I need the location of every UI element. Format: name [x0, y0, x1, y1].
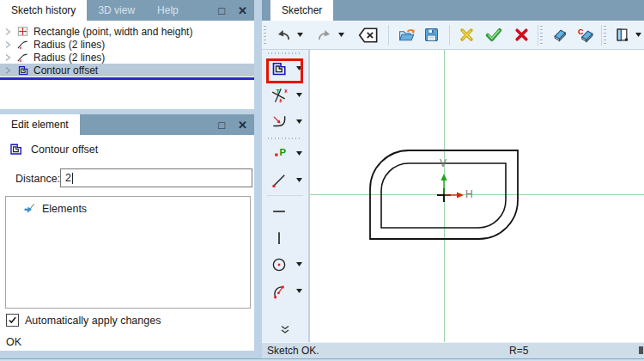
point-p-glyph: P	[280, 146, 287, 156]
point-icon: P	[269, 145, 289, 162]
tree-row-radius-1[interactable]: Radius (2 lines)	[0, 38, 254, 51]
dropdown-icon[interactable]	[293, 151, 305, 156]
redo-button[interactable]	[314, 24, 335, 46]
dropdown-icon[interactable]	[293, 262, 305, 266]
elements-tree-box[interactable]: Elements	[5, 196, 251, 309]
status-message: Sketch OK.	[262, 345, 319, 357]
sketcher-tabbar: Sketcher	[262, 0, 644, 21]
eraser-button[interactable]	[548, 24, 570, 46]
backspace-delete-button[interactable]	[355, 24, 381, 46]
fillet-icon	[269, 113, 289, 131]
sketch-canvas[interactable]: V H	[310, 50, 644, 343]
text-caret	[72, 173, 73, 184]
save-sketch-button[interactable]	[420, 24, 442, 46]
cancel-yellow-button[interactable]	[455, 24, 477, 46]
open-sketch-button[interactable]	[396, 24, 418, 46]
tool-point[interactable]: P	[262, 140, 308, 167]
tool-trim-extend[interactable]: T	[262, 82, 308, 108]
toolbar-separator	[388, 25, 389, 46]
auto-apply-checkbox[interactable]	[6, 314, 19, 327]
dropdown-icon[interactable]	[293, 93, 305, 97]
edit-element-panel: Edit element □ ✕ Contour offset Distance…	[0, 114, 254, 351]
edited-element-name: Contour offset	[31, 144, 98, 156]
clear-c-glyph: C	[577, 28, 583, 36]
tool-vertical-line[interactable]	[262, 224, 308, 251]
undo-dropdown-icon[interactable]	[294, 33, 306, 37]
history-tabbar: Sketch history 3D view Help □ ✕	[0, 0, 254, 21]
selected-tool-highlight	[266, 58, 303, 83]
elements-label: Elements	[42, 203, 87, 215]
toolbar-grip-handle[interactable]	[264, 26, 266, 45]
auto-apply-label: Automatically apply changes	[25, 315, 161, 327]
tool-arc[interactable]	[262, 278, 308, 304]
tab-label: Help	[157, 4, 179, 16]
tool-fillet[interactable]	[262, 108, 308, 135]
auto-apply-row: Automatically apply changes	[6, 314, 161, 327]
trim-extend-icon: T	[269, 87, 289, 104]
toolbar-grip-handle[interactable]	[268, 52, 302, 54]
tool-circle[interactable]	[262, 251, 308, 278]
expander-icon[interactable]	[4, 53, 12, 62]
tree-item-label: Radius (2 lines)	[33, 52, 105, 64]
contour-offset-feature-icon	[16, 64, 29, 76]
sketch-history-panel: Sketch history 3D view Help □ ✕ Rectangl…	[0, 0, 254, 109]
toolbar-grip-handle[interactable]	[268, 138, 302, 139]
selection-underline	[0, 77, 254, 80]
dropdown-icon[interactable]	[293, 119, 305, 124]
tab-label: Sketch history	[11, 4, 76, 16]
elements-root-row[interactable]: Elements	[23, 202, 250, 215]
close-icon[interactable]: ✕	[238, 5, 247, 16]
tool-horizontal-line[interactable]	[262, 198, 308, 224]
status-corner-glyph	[639, 346, 643, 354]
sketcher-toolbar: C	[262, 21, 644, 50]
tree-item-label: Contour offset	[33, 64, 98, 76]
edited-element-row: Contour offset	[9, 142, 98, 156]
tab-sketch-history[interactable]: Sketch history	[0, 0, 87, 21]
sketch-plane-button[interactable]	[611, 24, 632, 46]
maximize-icon[interactable]: □	[218, 5, 225, 16]
tab-label: Sketcher	[282, 4, 322, 16]
toolbar-grip-handle[interactable]	[540, 26, 543, 45]
edit-tabbar: Edit element □ ✕	[0, 114, 254, 135]
tool-contour-offset[interactable]	[262, 55, 308, 82]
distance-input[interactable]: 2	[60, 168, 252, 187]
maximize-icon[interactable]: □	[218, 119, 225, 131]
tree-row-radius-2[interactable]: Radius (2 lines)	[0, 51, 254, 64]
vertical-line-icon	[269, 229, 289, 247]
line-icon	[269, 172, 289, 189]
toolbar-separator	[601, 25, 602, 46]
ok-status-text: OK	[6, 336, 21, 348]
undo-button[interactable]	[273, 24, 294, 46]
tree-row-contour-offset[interactable]: Contour offset	[0, 64, 254, 76]
tool-line[interactable]	[262, 167, 308, 193]
tab-edit-element[interactable]: Edit element	[0, 114, 80, 135]
sketch-plane-dropdown-icon[interactable]	[632, 33, 644, 37]
horizontal-line-icon	[269, 203, 289, 220]
expander-icon[interactable]	[4, 28, 12, 36]
origin-marker	[437, 174, 464, 202]
elements-icon	[23, 202, 36, 215]
tree-item-label: Radius (2 lines)	[33, 39, 105, 51]
tree-row-rectangle[interactable]: Rectangle (point, width and height)	[0, 25, 254, 38]
tab-help[interactable]: Help	[146, 0, 190, 21]
dropdown-icon[interactable]	[293, 178, 305, 182]
redo-dropdown-icon[interactable]	[335, 33, 347, 37]
trim-t-glyph: T	[276, 87, 280, 95]
status-bar: Sketch OK. R=5	[262, 342, 644, 358]
tab-sketcher[interactable]: Sketcher	[270, 0, 333, 21]
expander-icon[interactable]	[4, 40, 12, 49]
tab-label: Edit element	[11, 119, 69, 131]
more-tools-chevron-icon[interactable]	[262, 325, 308, 334]
toolbar-separator	[538, 25, 538, 46]
vertical-axis-label: V	[440, 157, 447, 169]
close-icon[interactable]: ✕	[238, 119, 247, 131]
dropdown-icon[interactable]	[293, 289, 305, 293]
tab-3d-view[interactable]: 3D view	[87, 0, 146, 21]
toolbar-grip-handle[interactable]	[604, 26, 606, 45]
arc-icon	[269, 283, 289, 300]
radius-readout: R=5	[509, 345, 528, 357]
confirm-check-button[interactable]	[481, 24, 507, 46]
expander-icon[interactable]	[4, 66, 12, 75]
delete-red-button[interactable]	[510, 24, 532, 46]
eraser-clear-button[interactable]: C	[574, 24, 598, 46]
